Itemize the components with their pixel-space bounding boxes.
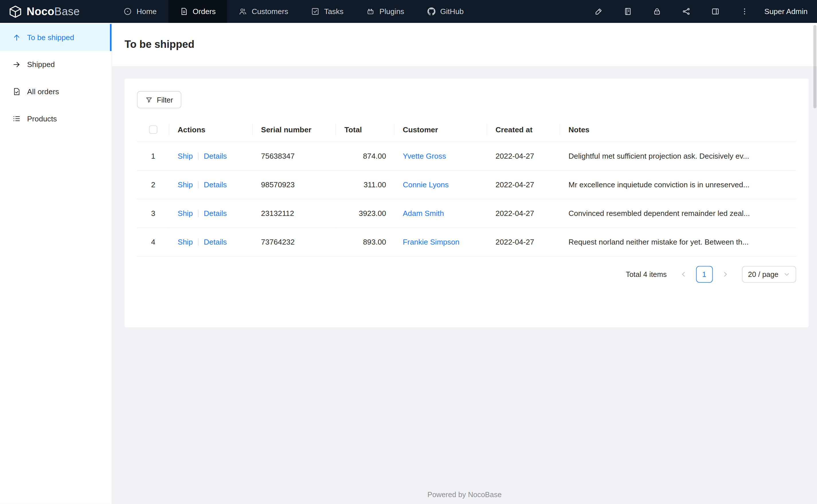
- nav-item-home[interactable]: Home: [112, 0, 168, 23]
- nav-item-label: Home: [136, 7, 156, 15]
- more-icon[interactable]: [730, 0, 759, 23]
- nav-item-label: Orders: [192, 7, 216, 15]
- row-total: 3923.00: [336, 199, 394, 228]
- row-customer-cell: Connie Lyons: [394, 170, 487, 199]
- select-all-cell: [137, 118, 169, 142]
- ship-link[interactable]: Ship: [178, 152, 193, 160]
- customer-link[interactable]: Frankie Simpson: [403, 238, 459, 246]
- page-title: To be shipped: [124, 39, 194, 51]
- highlighter-icon[interactable]: [584, 0, 613, 23]
- row-total: 874.00: [336, 142, 394, 170]
- sidebar-item-products[interactable]: Products: [0, 105, 111, 132]
- ship-link[interactable]: Ship: [178, 209, 193, 218]
- layout-icon[interactable]: [701, 0, 730, 23]
- nav-item-tasks[interactable]: Tasks: [300, 0, 355, 23]
- row-customer-cell: Adam Smith: [394, 199, 487, 228]
- row-created-at: 2022-04-27: [487, 170, 560, 199]
- pagination-page-1[interactable]: 1: [696, 266, 713, 283]
- nav-item-label: Tasks: [324, 7, 343, 15]
- table-row[interactable]: 3 ShipDetails 23132112 3923.00 Adam Smit…: [137, 199, 796, 228]
- lock-icon[interactable]: [643, 0, 672, 23]
- nav-item-label: GitHub: [440, 7, 463, 15]
- table-row[interactable]: 4 ShipDetails 73764232 893.00 Frankie Si…: [137, 228, 796, 256]
- nav-item-plugins[interactable]: Plugins: [355, 0, 416, 23]
- row-created-at: 2022-04-27: [487, 228, 560, 256]
- sidebar-item-shipped[interactable]: Shipped: [0, 51, 111, 78]
- customer-link[interactable]: Connie Lyons: [403, 181, 449, 189]
- customers-icon: [239, 7, 247, 15]
- sidebar-item-label: Products: [27, 115, 57, 123]
- table-row[interactable]: 2 ShipDetails 98570923 311.00 Connie Lyo…: [137, 170, 796, 199]
- row-created-at: 2022-04-27: [487, 142, 560, 170]
- action-divider: [198, 181, 198, 188]
- chevron-right-icon: [722, 271, 728, 277]
- details-link[interactable]: Details: [204, 152, 227, 160]
- action-divider: [198, 238, 198, 245]
- details-link[interactable]: Details: [204, 181, 227, 189]
- details-link[interactable]: Details: [204, 238, 227, 246]
- notebook-icon[interactable]: [613, 0, 643, 23]
- action-divider: [198, 153, 198, 160]
- github-icon: [427, 7, 435, 15]
- app-viewport: NocoBase Home Orders Customers: [0, 0, 817, 504]
- row-notes: Delightful met sufficient projection ask…: [560, 142, 796, 170]
- row-actions: ShipDetails: [169, 228, 253, 256]
- column-header-notes[interactable]: Notes: [560, 118, 796, 142]
- column-header-total[interactable]: Total: [336, 118, 394, 142]
- tasks-icon: [311, 7, 319, 15]
- row-actions: ShipDetails: [169, 199, 253, 228]
- row-notes: Mr excellence inquietude conviction is i…: [560, 170, 796, 199]
- row-index: 4: [137, 228, 169, 256]
- ship-link[interactable]: Ship: [178, 181, 193, 189]
- sidebar-item-all-orders[interactable]: All orders: [0, 78, 111, 105]
- sidebar-item-label: All orders: [27, 87, 59, 96]
- api-icon[interactable]: [672, 0, 701, 23]
- column-header-serial-number[interactable]: Serial number: [253, 118, 336, 142]
- column-header-created-at[interactable]: Created at: [487, 118, 560, 142]
- sidebar-item-to-be-shipped[interactable]: To be shipped: [0, 24, 111, 51]
- row-serial-number: 73764232: [253, 228, 336, 256]
- window-scrollbar[interactable]: [813, 25, 816, 108]
- table-body: 1 ShipDetails 75638347 874.00 Yvette Gro…: [137, 142, 796, 256]
- nav-item-github[interactable]: GitHub: [416, 0, 475, 23]
- nocobase-logo-text: NocoBase: [27, 5, 80, 18]
- page-header: To be shipped: [112, 23, 817, 66]
- table-header-row: Actions Serial number Total Customer Cre…: [137, 118, 796, 142]
- orders-icon: [180, 7, 188, 15]
- nav-item-orders[interactable]: Orders: [168, 0, 227, 23]
- filter-button[interactable]: Filter: [137, 91, 181, 108]
- nav-item-customers[interactable]: Customers: [227, 0, 300, 23]
- customer-link[interactable]: Adam Smith: [403, 209, 444, 218]
- pagination-prev-button[interactable]: [675, 266, 692, 283]
- customer-link[interactable]: Yvette Gross: [403, 152, 446, 160]
- orders-table: Actions Serial number Total Customer Cre…: [137, 118, 796, 257]
- main-nav: Home Orders Customers Tasks: [112, 0, 475, 23]
- top-navbar: NocoBase Home Orders Customers: [0, 0, 817, 23]
- column-header-actions[interactable]: Actions: [169, 118, 253, 142]
- chevron-down-icon: [784, 271, 790, 277]
- nav-item-label: Customers: [252, 7, 288, 15]
- pagination-next-button[interactable]: [717, 266, 733, 283]
- page-content: Filter Actions Serial number Total: [112, 66, 817, 504]
- row-actions: ShipDetails: [169, 170, 253, 199]
- main-area: To be shipped Filter: [112, 23, 817, 504]
- pagination-total: Total 4 items: [626, 270, 667, 278]
- column-header-customer[interactable]: Customer: [394, 118, 487, 142]
- select-all-checkbox[interactable]: [149, 125, 157, 134]
- arrow-up-icon: [13, 33, 21, 42]
- nocobase-logo[interactable]: NocoBase: [0, 0, 112, 23]
- sidebar: To be shipped Shipped All orders Product…: [0, 23, 112, 504]
- page-size-value: 20 / page: [748, 270, 778, 278]
- nav-item-label: Plugins: [380, 7, 404, 15]
- user-menu[interactable]: Super Admin: [764, 7, 808, 15]
- row-actions: ShipDetails: [169, 142, 253, 170]
- page-size-select[interactable]: 20 / page: [742, 266, 796, 283]
- row-customer-cell: Yvette Gross: [394, 142, 487, 170]
- pagination: Total 4 items 1 20 / page: [137, 266, 796, 283]
- details-link[interactable]: Details: [204, 209, 227, 218]
- ship-link[interactable]: Ship: [178, 238, 193, 246]
- row-serial-number: 98570923: [253, 170, 336, 199]
- row-created-at: 2022-04-27: [487, 199, 560, 228]
- file-done-icon: [13, 87, 21, 96]
- table-row[interactable]: 1 ShipDetails 75638347 874.00 Yvette Gro…: [137, 142, 796, 170]
